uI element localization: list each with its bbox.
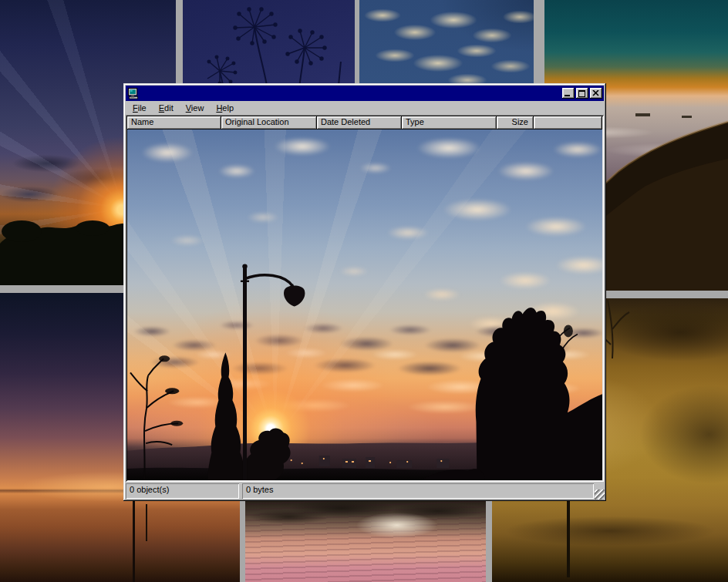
status-bar: 0 object(s) 0 bytes [126,483,604,499]
close-icon [592,90,599,96]
distant-pole [567,499,570,577]
resize-grip[interactable] [595,489,605,500]
sunset-photo-background [127,130,602,480]
minimize-button[interactable] [562,88,575,99]
window-titlebar[interactable] [126,86,604,101]
column-header-size[interactable]: Size [497,116,534,130]
water-pole [133,500,135,582]
column-header-type[interactable]: Type [402,116,497,130]
status-object-count: 0 object(s) [126,483,239,499]
menu-help[interactable]: Help [210,102,240,115]
desktop: File Edit View Help Name Original Locati… [0,0,728,582]
deleted-items-list[interactable]: Name Original Location Date Deleted Type… [126,115,604,482]
column-headers: Name Original Location Date Deleted Type… [127,116,602,130]
menu-file[interactable]: File [126,102,153,115]
maximize-button[interactable] [576,88,588,99]
silhouette-layer [127,130,602,480]
column-header-date-deleted[interactable]: Date Deleted [317,116,402,130]
recycle-bin-window: File Edit View Help Name Original Locati… [123,83,606,501]
menu-bar: File Edit View Help [126,101,604,115]
column-header-name[interactable]: Name [127,116,221,130]
column-header-original-location[interactable]: Original Location [221,116,317,130]
menu-edit[interactable]: Edit [153,102,180,115]
status-size: 0 bytes [242,483,594,499]
column-header-blank[interactable] [534,116,602,130]
menu-view[interactable]: View [180,102,211,115]
my-computer-icon [127,88,140,99]
water-pole [146,504,147,541]
close-button[interactable] [590,88,602,99]
